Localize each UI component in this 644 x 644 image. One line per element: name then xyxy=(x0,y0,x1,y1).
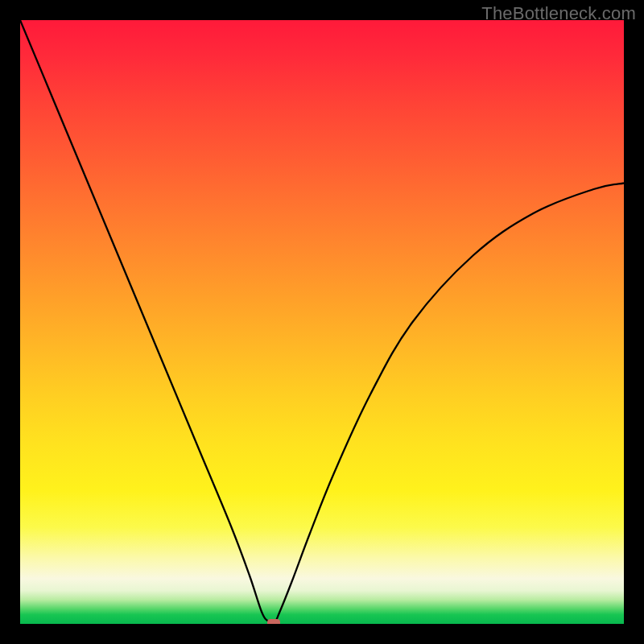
bottleneck-curve xyxy=(20,20,624,624)
plot-area xyxy=(20,20,624,624)
chart-svg xyxy=(20,20,624,624)
chart-frame: TheBottleneck.com xyxy=(0,0,644,644)
optimal-point-marker xyxy=(267,619,280,624)
